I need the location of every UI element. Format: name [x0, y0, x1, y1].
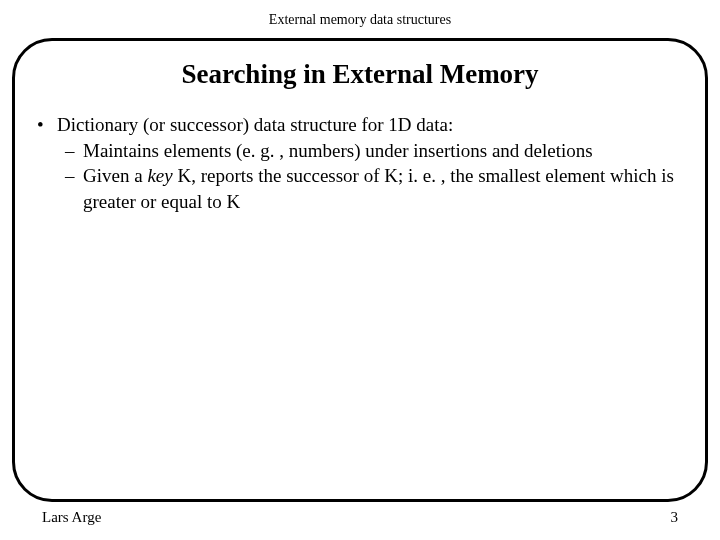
- bullet-sub-2a: Given a: [83, 165, 147, 186]
- bullet-main-text: Dictionary (or successor) data structure…: [57, 112, 453, 138]
- dash-icon: –: [65, 163, 83, 214]
- bullet-dot-icon: •: [37, 112, 57, 138]
- dash-icon: –: [65, 138, 83, 164]
- footer-page-number: 3: [671, 509, 679, 526]
- footer-author: Lars Arge: [42, 509, 101, 526]
- bullet-main: • Dictionary (or successor) data structu…: [37, 112, 683, 138]
- bullet-sub-1: – Maintains elements (e. g. , numbers) u…: [37, 138, 683, 164]
- bullet-sub-2-text: Given a key K, reports the successor of …: [83, 163, 683, 214]
- slide-title: Searching in External Memory: [37, 59, 683, 90]
- slide-content: • Dictionary (or successor) data structu…: [37, 112, 683, 215]
- slide-frame: Searching in External Memory • Dictionar…: [12, 38, 708, 502]
- bullet-sub-2-key: key: [147, 165, 172, 186]
- bullet-sub-1-text: Maintains elements (e. g. , numbers) und…: [83, 138, 593, 164]
- bullet-sub-2: – Given a key K, reports the successor o…: [37, 163, 683, 214]
- slide-header: External memory data structures: [0, 0, 720, 28]
